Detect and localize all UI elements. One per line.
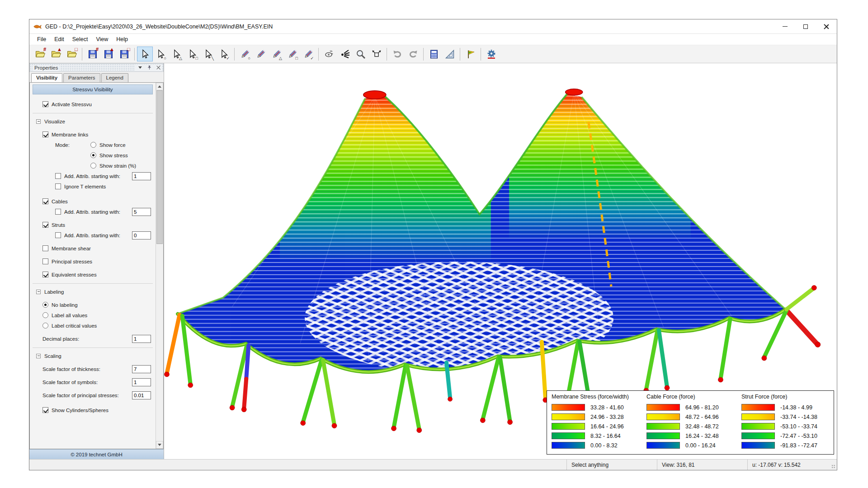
scroll-down-icon[interactable] (156, 441, 163, 449)
legend-swatch (741, 404, 775, 411)
membrane-shear-checkbox[interactable] (42, 245, 48, 251)
zoom-button[interactable] (353, 47, 368, 61)
no-labeling-radio[interactable] (42, 302, 48, 308)
membrane-add-attrib-checkbox[interactable] (55, 173, 61, 179)
orbit-icon (324, 49, 335, 60)
minimize-button[interactable] (774, 19, 795, 33)
membrane-attrib-input[interactable] (132, 172, 151, 180)
close-button[interactable] (816, 19, 837, 33)
activate-stressvu-checkbox[interactable] (42, 101, 48, 107)
magnifier-icon (355, 49, 366, 60)
left-apex-ring (363, 91, 386, 99)
menu-select[interactable]: Select (68, 35, 92, 44)
menu-edit[interactable]: Edit (50, 35, 68, 44)
settings-button[interactable] (483, 47, 499, 61)
open-load-button[interactable]: ▲ (48, 47, 64, 61)
toolbar-separator (481, 48, 481, 61)
zoom-extents-button[interactable] (368, 47, 384, 61)
scroll-up-icon[interactable] (156, 83, 163, 90)
label-all-values-radio[interactable] (42, 312, 48, 318)
status-view-angles: View: 316, 81 (657, 460, 747, 470)
legend-swatch (646, 442, 680, 449)
collapse-scaling-icon[interactable] (36, 354, 41, 358)
collapse-visualize-icon[interactable] (36, 119, 41, 124)
add-attrib-label: Add. Attrib. starting with: (64, 209, 120, 215)
menu-view[interactable]: View (92, 35, 112, 44)
tab-visibility[interactable]: Visibility (31, 73, 62, 82)
stress-legend: Membrane Stress (force/width) 33.28 - 41… (547, 390, 834, 455)
open-boundary-button[interactable]: □ (64, 47, 80, 61)
redraw-button[interactable] (337, 47, 353, 61)
equivalent-stresses-checkbox[interactable] (42, 272, 48, 277)
legend-swatch (552, 442, 585, 449)
title-bar: GED - D:\2_Projekte\Easy\2020\03_26_Webs… (29, 19, 837, 34)
cables-attrib-input[interactable] (132, 208, 151, 216)
show-force-radio[interactable] (90, 142, 96, 148)
save-load-button[interactable]: ▲ (100, 47, 116, 61)
undo-button[interactable] (389, 47, 405, 61)
panel-scrollbar[interactable] (156, 83, 163, 449)
select-node-button[interactable]: ○ (153, 47, 169, 61)
symbols-input[interactable] (132, 378, 151, 386)
triangle-marker: ▲ (109, 47, 114, 52)
hash-marker: # (43, 47, 46, 52)
tab-parameters[interactable]: Parameters (63, 73, 100, 82)
membrane-links-checkbox[interactable] (42, 131, 48, 137)
struts-checkbox[interactable] (42, 222, 48, 228)
orbit-view-button[interactable] (321, 47, 337, 61)
select-check-button[interactable]: ✓ (216, 47, 232, 61)
draw-check-button[interactable]: ✓ (300, 47, 316, 61)
decimal-places-input[interactable] (132, 335, 151, 343)
symbols-label: Scale factor of symbols: (42, 380, 98, 385)
scroll-thumb[interactable] (156, 90, 163, 244)
flag-button[interactable] (462, 47, 478, 61)
show-strain-radio[interactable] (90, 163, 96, 169)
save-boundary-button[interactable]: □ (116, 47, 132, 61)
select-line-button[interactable]: ╲ (200, 47, 216, 61)
maximize-button[interactable] (795, 19, 816, 33)
select-square-button[interactable]: □ (184, 47, 200, 61)
save-mesh-button[interactable]: # (85, 47, 100, 61)
panel-close-icon[interactable] (155, 65, 161, 71)
tab-legend[interactable]: Legend (101, 73, 128, 82)
gear-icon (486, 49, 497, 60)
draw-node-button[interactable]: ○ (237, 47, 253, 61)
cables-add-attrib-checkbox[interactable] (55, 209, 61, 215)
select-tool-button[interactable] (137, 47, 153, 61)
ignore-t-checkbox[interactable] (55, 183, 61, 189)
struts-add-attrib-checkbox[interactable] (55, 232, 61, 238)
calculator-button[interactable] (426, 47, 442, 61)
legend-swatch (741, 432, 775, 439)
principal-stresses-checkbox[interactable] (42, 258, 48, 264)
select-triangle-button[interactable]: △ (169, 47, 184, 61)
section-divider (33, 113, 153, 113)
cursor-icon (140, 49, 151, 60)
menu-file[interactable]: File (33, 35, 50, 44)
menu-help[interactable]: Help (112, 35, 132, 44)
resize-grip[interactable] (829, 460, 837, 470)
legend-swatch (646, 432, 680, 439)
cables-checkbox[interactable] (42, 198, 48, 204)
panel-menu-arrow-icon[interactable] (137, 65, 143, 71)
show-stress-radio[interactable] (90, 152, 96, 158)
properties-panel-titlebar[interactable]: Properties (29, 63, 164, 72)
panel-pin-icon[interactable] (146, 65, 152, 71)
set-square-button[interactable] (442, 47, 458, 61)
legend-swatch (646, 413, 680, 420)
draw-line-button[interactable] (253, 47, 269, 61)
panel-footer: © 2019 technet GmbH (29, 449, 164, 459)
struts-attrib-input[interactable] (132, 231, 151, 239)
thickness-input[interactable] (132, 365, 151, 373)
principal-scale-input[interactable] (132, 391, 151, 399)
draw-triangle-button[interactable]: △ (269, 47, 284, 61)
collapse-labeling-icon[interactable] (36, 290, 41, 294)
open-mesh-button[interactable]: # (32, 47, 48, 61)
triangle-marker: ▲ (57, 47, 62, 52)
redo-button[interactable] (405, 47, 421, 61)
properties-panel: Properties Visibility Parameters Legend … (29, 63, 164, 459)
label-critical-values-radio[interactable] (42, 323, 48, 328)
show-cylinders-checkbox[interactable] (42, 407, 48, 413)
draw-square-button[interactable]: □ (284, 47, 300, 61)
add-attrib-label: Add. Attrib. starting with: (64, 233, 120, 238)
model-viewport[interactable]: Membrane Stress (force/width) 33.28 - 41… (164, 63, 837, 459)
